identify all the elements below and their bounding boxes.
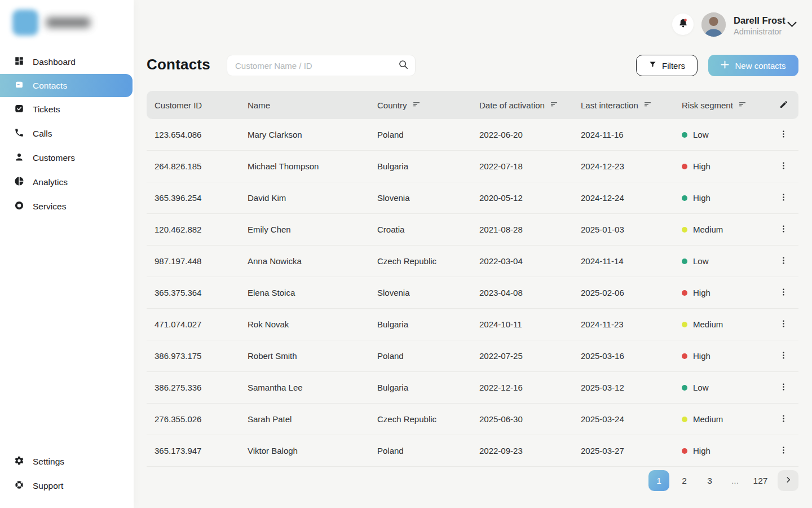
cell-risk-segment: Low [682, 256, 769, 266]
cell-country: Slovenia [377, 288, 479, 297]
chevron-down-icon[interactable] [787, 21, 797, 29]
row-menu-button[interactable] [769, 156, 798, 177]
sidebar-item-support[interactable]: Support [0, 474, 134, 498]
sidebar-item-analytics[interactable]: Analytics [0, 170, 134, 194]
cell-risk-segment: Medium [682, 414, 769, 424]
column-header-risk-segment[interactable]: Risk segment [682, 100, 769, 110]
cell-date-of-activation: 2025-06-30 [479, 414, 581, 424]
row-menu-button[interactable] [769, 220, 798, 240]
pagination-page-1[interactable]: 1 [648, 470, 669, 491]
cell-last-interaction: 2024-11-16 [581, 130, 682, 139]
kebab-icon [779, 161, 788, 172]
sidebar-item-label: Calls [33, 129, 52, 139]
column-header-edit[interactable] [769, 100, 798, 111]
sidebar-item-dashboard[interactable]: Dashboard [0, 50, 134, 74]
cell-last-interaction: 2025-03-24 [581, 414, 682, 424]
row-menu-button[interactable] [769, 188, 798, 208]
cell-date-of-activation: 2024-10-11 [479, 319, 581, 329]
kebab-icon [779, 288, 788, 298]
row-menu-button[interactable] [769, 346, 798, 366]
sidebar-item-settings[interactable]: Settings [0, 449, 134, 474]
table-row[interactable]: 987.197.448 Anna Nowicka Czech Republic … [147, 246, 798, 277]
table-row[interactable]: 264.826.185 Michael Thompson Bulgaria 20… [147, 151, 798, 182]
ring-icon [14, 200, 24, 213]
cell-risk-segment: Medium [682, 225, 769, 234]
cell-name: Sarah Patel [248, 414, 377, 424]
column-header-country[interactable]: Country [377, 100, 479, 110]
filters-label: Filters [662, 61, 685, 71]
column-header-date-of-activation[interactable]: Date of activation [479, 100, 581, 110]
cell-country: Czech Republic [377, 414, 479, 424]
row-menu-button[interactable] [769, 441, 798, 461]
sort-icon[interactable] [550, 100, 558, 110]
pagination-next-button[interactable] [778, 470, 798, 491]
pagination-pages: 123...127 [648, 470, 771, 491]
risk-dot [682, 195, 687, 201]
new-contacts-button[interactable]: New contacts [708, 55, 798, 76]
risk-dot [682, 164, 687, 169]
cell-customer-id: 471.074.027 [147, 319, 248, 329]
column-label: Risk segment [682, 100, 733, 110]
column-header-last-interaction[interactable]: Last interaction [581, 100, 682, 110]
row-menu-button[interactable] [769, 125, 798, 145]
table-row[interactable]: 471.074.027 Rok Novak Bulgaria 2024-10-1… [147, 309, 798, 340]
sidebar-item-calls[interactable]: Calls [0, 121, 134, 146]
cell-country: Croatia [377, 225, 479, 234]
cell-last-interaction: 2024-11-14 [581, 256, 682, 266]
table-row[interactable]: 386.973.175 Robert Smith Poland 2022-07-… [147, 340, 798, 372]
risk-label: Low [693, 130, 709, 139]
cell-country: Czech Republic [377, 256, 479, 266]
cell-customer-id: 123.654.086 [147, 130, 248, 139]
sort-icon[interactable] [643, 100, 652, 110]
sort-icon[interactable] [412, 100, 421, 110]
sort-icon[interactable] [738, 100, 747, 110]
brand-logo [12, 10, 90, 36]
row-menu-button[interactable] [769, 251, 798, 271]
table-row[interactable]: 276.355.026 Sarah Patel Czech Republic 2… [147, 404, 798, 435]
table-row[interactable]: 120.462.882 Emily Chen Croatia 2021-08-2… [147, 214, 798, 246]
table-row[interactable]: 123.654.086 Mary Clarkson Poland 2022-06… [147, 119, 798, 151]
row-menu-button[interactable] [769, 314, 798, 335]
pagination: 123...127 [147, 470, 798, 491]
table-row[interactable]: 386.275.336 Samantha Lee Bulgaria 2022-1… [147, 372, 798, 404]
cell-risk-segment: Low [682, 383, 769, 392]
cell-customer-id: 987.197.448 [147, 256, 248, 266]
table-row[interactable]: 365.396.254 David Kim Slovenia 2020-05-1… [147, 182, 798, 214]
cell-date-of-activation: 2022-07-25 [479, 351, 581, 361]
column-label: Date of activation [479, 100, 545, 110]
search-icon[interactable] [398, 59, 408, 72]
new-contacts-label: New contacts [735, 61, 785, 71]
user-info[interactable]: Darell Frost Administrator [734, 15, 785, 37]
cell-last-interaction: 2025-02-06 [581, 288, 682, 297]
row-menu-button[interactable] [769, 409, 798, 430]
cell-last-interaction: 2024-12-24 [581, 193, 682, 203]
dashboard-icon [14, 56, 24, 68]
pagination-page-3[interactable]: 3 [699, 470, 720, 491]
table-row[interactable]: 365.375.364 Elena Stoica Slovenia 2023-0… [147, 277, 798, 309]
sidebar-item-contacts[interactable]: Contacts [0, 74, 133, 97]
cell-risk-segment: High [682, 446, 769, 456]
cell-customer-id: 264.826.185 [147, 161, 248, 171]
sidebar-item-customers[interactable]: Customers [0, 146, 134, 170]
table-row[interactable]: 365.173.947 Viktor Balogh Poland 2022-09… [147, 435, 798, 467]
phone-icon [14, 128, 24, 140]
cell-customer-id: 386.275.336 [147, 383, 248, 392]
notifications-button[interactable] [672, 14, 694, 35]
sidebar-item-label: Services [33, 202, 66, 212]
row-menu-button[interactable] [769, 283, 798, 303]
row-menu-button[interactable] [769, 378, 798, 398]
pagination-page-127[interactable]: 127 [750, 470, 771, 491]
search-input[interactable] [235, 61, 398, 71]
sidebar-item-tickets[interactable]: Tickets [0, 97, 134, 121]
avatar[interactable] [701, 12, 726, 37]
person-icon [14, 152, 24, 164]
cell-last-interaction: 2025-03-12 [581, 383, 682, 392]
plus-icon [721, 60, 729, 71]
risk-label: Medium [693, 225, 723, 234]
contacts-icon [14, 80, 24, 92]
pagination-page-2[interactable]: 2 [674, 470, 695, 491]
sidebar-item-services[interactable]: Services [0, 194, 134, 218]
filters-button[interactable]: Filters [636, 55, 698, 76]
cell-country: Bulgaria [377, 383, 479, 392]
sidebar-item-label: Contacts [33, 81, 67, 91]
